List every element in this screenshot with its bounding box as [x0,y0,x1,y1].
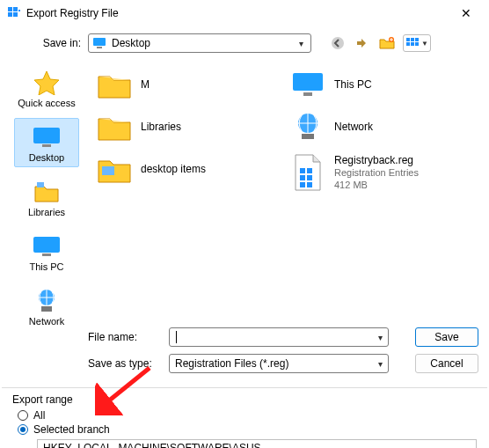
titlebar: Export Registry File ✕ [0,0,489,26]
radio-label: All [33,409,45,422]
svg-rect-32 [307,182,312,187]
monitor-icon [290,67,325,102]
file-list[interactable]: M Libraries desktop items This PC [84,60,480,324]
svg-rect-22 [102,166,114,175]
file-name: desktop items [141,163,206,176]
svg-rect-9 [406,38,410,41]
export-range-group: Export range All Selected branch HKEY_LO… [0,388,489,448]
save-in-row: Save in: Desktop ▾ ▼ [0,26,489,60]
file-name: This PC [334,78,372,92]
up-one-level-button[interactable] [354,34,371,52]
chevron-down-icon: ▾ [378,333,383,342]
place-libraries[interactable]: Libraries [14,173,79,222]
filename-area: File name: ▾ Save Save as type: Registra… [0,324,489,387]
network-icon [32,288,62,314]
branch-path-value: HKEY_LOCAL_MACHINE\SOFTWARE\ASUS [43,442,261,448]
libraries-icon [32,179,62,205]
folder-icon [97,151,132,187]
savetype-label: Save as type: [88,357,160,370]
branch-path-input[interactable]: HKEY_LOCAL_MACHINE\SOFTWARE\ASUS [37,439,477,448]
file-name: Network [334,121,373,134]
file-name: Libraries [141,121,181,134]
svg-rect-23 [293,73,323,91]
star-icon [32,70,62,96]
monitor-icon [32,124,62,151]
chevron-down-icon: ▾ [378,359,383,369]
svg-rect-6 [97,47,102,48]
places-bar: Quick access Desktop Libraries This PC N [9,60,84,324]
list-item[interactable]: desktop items [93,148,282,190]
place-network[interactable]: Network [14,282,79,331]
svg-rect-11 [415,38,419,41]
svg-rect-4 [18,10,20,11]
browse-area: Quick access Desktop Libraries This PC N [0,60,489,324]
svg-rect-1 [13,7,18,11]
svg-rect-13 [411,42,414,46]
list-item[interactable]: M [93,63,282,106]
svg-rect-26 [302,134,314,139]
radio-icon [18,424,28,435]
place-quick-access[interactable]: Quick access [14,63,79,113]
monitor-icon [32,233,62,260]
save-in-combo[interactable]: Desktop ▾ [88,33,311,53]
svg-point-7 [332,37,344,49]
list-item[interactable]: Network [287,106,476,148]
place-label: Network [29,316,64,327]
file-name: Registryback.reg [334,154,419,167]
svg-rect-19 [42,253,51,256]
place-desktop[interactable]: Desktop [14,118,79,167]
place-label: Libraries [28,207,65,217]
view-menu-button[interactable]: ▼ [403,34,431,52]
place-label: Desktop [29,152,64,163]
filename-input[interactable]: ▾ [169,327,389,347]
chevron-down-icon: ▾ [299,39,307,48]
savetype-combo[interactable]: Registration Files (*.reg) ▾ [169,354,389,373]
file-name: M [141,78,150,92]
save-in-toolbar: ▼ [329,34,431,52]
save-in-label: Save in: [35,37,81,49]
svg-rect-29 [300,175,305,180]
svg-rect-3 [13,12,18,17]
folder-icon [97,109,132,144]
svg-rect-18 [33,237,60,253]
radio-label: Selected branch [33,423,110,436]
svg-rect-24 [303,92,312,96]
svg-rect-12 [406,42,410,46]
svg-rect-27 [300,168,305,173]
svg-rect-15 [33,128,60,143]
cancel-button[interactable]: Cancel [415,354,478,373]
network-icon [290,109,325,144]
svg-rect-28 [307,168,312,173]
list-item[interactable]: Libraries [93,106,282,148]
svg-rect-16 [42,144,51,147]
place-label: Quick access [18,98,75,108]
svg-rect-10 [411,38,414,41]
savetype-value: Registration Files (*.reg) [175,357,288,370]
monitor-icon [92,37,106,49]
svg-rect-5 [93,38,106,46]
export-range-title: Export range [12,393,477,406]
svg-rect-31 [300,182,305,187]
radio-icon [18,410,28,421]
svg-rect-21 [41,306,52,312]
radio-selected-branch[interactable]: Selected branch [18,423,477,436]
save-in-value: Desktop [112,37,150,49]
list-item[interactable]: This PC [287,63,476,106]
save-button[interactable]: Save [415,327,478,347]
list-item[interactable]: Registryback.reg Registration Entries 41… [287,148,476,197]
new-folder-button[interactable] [378,34,396,52]
close-button[interactable]: ✕ [449,6,484,20]
regfile-icon [290,155,325,190]
svg-rect-0 [8,7,12,11]
svg-rect-2 [8,12,12,17]
folder-icon [97,67,132,102]
window-title: Export Registry File [26,7,449,19]
svg-rect-14 [415,42,419,46]
radio-all[interactable]: All [18,409,477,422]
back-button[interactable] [329,34,347,52]
file-size: 412 MB [334,180,419,192]
svg-rect-30 [307,175,312,180]
file-type: Registration Entries [334,167,419,180]
svg-rect-17 [37,182,44,187]
place-this-pc[interactable]: This PC [14,227,79,276]
